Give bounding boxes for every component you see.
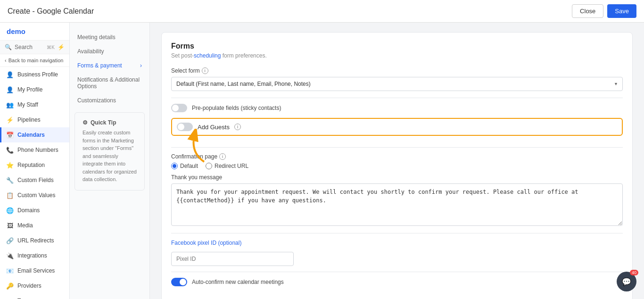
business-profile-icon: 👤: [6, 71, 14, 78]
header-title: Create - Google Calendar: [8, 7, 94, 16]
select-form-wrapper: Default (First name, Last name, Email, P…: [171, 77, 623, 91]
sidebar-item-label: Business Profile: [17, 71, 58, 78]
content-area: Meeting details Availability Forms & pay…: [70, 23, 644, 299]
chat-notification-badge: 40: [630, 270, 638, 275]
step-meeting-details[interactable]: Meeting details: [70, 30, 149, 44]
sidebar-item-label: Integrations: [17, 252, 47, 259]
reputation-icon: ⭐: [6, 161, 14, 169]
phone-icon: 📞: [6, 146, 14, 154]
save-button[interactable]: Save: [607, 4, 636, 18]
sidebar-item-label: Custom Values: [17, 192, 55, 199]
sidebar-item-url-redirects[interactable]: 🔗 URL Redirects: [0, 233, 69, 248]
select-form-label: Select form i: [171, 67, 623, 74]
step-customizations[interactable]: Customizations: [70, 93, 149, 108]
search-icon: 🔍: [5, 44, 12, 50]
add-guests-toggle[interactable]: [177, 123, 193, 131]
close-button[interactable]: Close: [572, 4, 603, 18]
tags-icon: 🏷: [6, 297, 14, 299]
sidebar-item-label: My Profile: [17, 86, 42, 93]
lightning-icon: ⚡: [58, 44, 65, 50]
my-staff-icon: 👥: [6, 101, 14, 108]
radio-default-label[interactable]: Default: [171, 163, 198, 169]
sidebar-item-label: Phone Numbers: [17, 147, 58, 153]
add-guests-info-icon[interactable]: i: [234, 124, 241, 130]
sidebar-item-label: Calendars: [17, 132, 45, 138]
auto-confirm-toggle[interactable]: [171, 278, 187, 286]
confirmation-info-icon[interactable]: i: [219, 153, 226, 160]
forms-title: Forms: [171, 42, 623, 50]
back-arrow-icon: ‹: [5, 58, 7, 63]
thankyou-textarea[interactable]: Thank you for your appointment request. …: [171, 183, 623, 226]
sidebar-item-media[interactable]: 🖼 Media: [0, 218, 69, 233]
scheduling-link[interactable]: scheduling: [194, 52, 221, 59]
main-layout: demo 🔍 Search ⌘K ⚡ ‹ Back to main naviga…: [0, 23, 644, 299]
custom-fields-icon: 🔧: [6, 176, 14, 184]
sidebar-item-label: Domains: [17, 207, 40, 214]
sidebar-item-pipelines[interactable]: ⚡ Pipelines: [0, 112, 69, 127]
chat-icon: 💬: [622, 277, 631, 286]
sidebar-item-calendars[interactable]: 📅 Calendars: [0, 127, 69, 142]
header-actions: Close Save: [572, 4, 636, 18]
divider-2: [171, 147, 623, 148]
media-icon: 🖼: [6, 222, 14, 229]
radio-redirect-input[interactable]: [206, 163, 212, 169]
quick-tip-title: ⚙ Quick Tip: [83, 119, 137, 126]
auto-confirm-label: Auto-confirm new calendar meetings: [192, 279, 284, 285]
step-notifications[interactable]: Notifications & Additional Options: [70, 73, 149, 93]
step-availability[interactable]: Availability: [70, 44, 149, 58]
calendars-icon: 📅: [6, 131, 14, 139]
sidebar-item-business-profile[interactable]: 👤 Business Profile: [0, 67, 69, 82]
sidebar-item-my-staff[interactable]: 👥 My Staff: [0, 97, 69, 112]
sidebar-item-label: Pipelines: [17, 116, 41, 123]
step-forms-payment[interactable]: Forms & payment ›: [70, 58, 149, 73]
radio-default-input[interactable]: [171, 163, 178, 169]
integrations-icon: 🔌: [6, 252, 14, 259]
radio-redirect-label[interactable]: Redirect URL: [206, 163, 248, 169]
sidebar-item-providers[interactable]: 🔑 Providers: [0, 278, 69, 293]
sidebar-item-custom-fields[interactable]: 🔧 Custom Fields: [0, 173, 69, 188]
facebook-pixel-label: Facebook pixel ID (optional): [171, 239, 623, 249]
confirmation-page-label: Confirmation page i: [171, 153, 623, 160]
sidebar-item-label: Reputation: [17, 162, 45, 168]
sidebar-item-tags[interactable]: 🏷 Tags: [0, 293, 69, 299]
sidebar: demo 🔍 Search ⌘K ⚡ ‹ Back to main naviga…: [0, 23, 70, 299]
sidebar-item-custom-values[interactable]: 📋 Custom Values: [0, 188, 69, 203]
sidebar-item-domains[interactable]: 🌐 Domains: [0, 203, 69, 218]
sidebar-item-email-services[interactable]: 📧 Email Services: [0, 263, 69, 278]
sidebar-item-label: URL Redirects: [17, 237, 54, 244]
divider-1: [171, 98, 623, 98]
add-guests-container: Add Guests i: [171, 118, 623, 136]
my-profile-icon: 👤: [6, 86, 14, 93]
providers-icon: 🔑: [6, 282, 14, 290]
pixel-id-input[interactable]: [171, 252, 294, 266]
sidebar-item-my-profile[interactable]: 👤 My Profile: [0, 82, 69, 97]
confirmation-radio-group: Default Redirect URL: [171, 163, 623, 169]
search-shortcut: ⌘K: [47, 45, 55, 50]
quick-tip-text: Easily create custom forms in the Market…: [83, 129, 137, 183]
search-bar[interactable]: 🔍 Search ⌘K ⚡: [0, 41, 69, 54]
forms-card: Forms Set post-scheduling form preferenc…: [161, 32, 633, 299]
select-form-info-icon[interactable]: i: [202, 67, 208, 74]
search-label: Search: [15, 44, 33, 50]
auto-confirm-row: Auto-confirm new calendar meetings: [171, 278, 623, 286]
gear-icon: ⚙: [83, 119, 88, 126]
prepopulate-row: Pre-populate fields (sticky contacts): [171, 104, 623, 112]
sidebar-item-phone-numbers[interactable]: 📞 Phone Numbers: [0, 142, 69, 158]
step-navigation: Meeting details Availability Forms & pay…: [70, 23, 150, 299]
sidebar-item-label: Email Services: [17, 267, 55, 274]
main-panel: Forms Set post-scheduling form preferenc…: [150, 23, 644, 299]
back-navigation[interactable]: ‹ Back to main navigation: [0, 54, 69, 67]
select-form-field[interactable]: Default (First name, Last name, Email, P…: [171, 77, 623, 91]
step-arrow-icon: ›: [140, 62, 142, 69]
email-services-icon: 📧: [6, 267, 14, 274]
sidebar-item-reputation[interactable]: ⭐ Reputation: [0, 158, 69, 173]
domains-icon: 🌐: [6, 207, 14, 214]
chat-widget[interactable]: 💬 40: [617, 272, 636, 291]
thankyou-label: Thank you message: [171, 174, 623, 181]
sidebar-item-integrations[interactable]: 🔌 Integrations: [0, 248, 69, 263]
sidebar-item-label: Media: [17, 222, 33, 229]
sidebar-item-label: My Staff: [17, 101, 38, 108]
sidebar-logo: demo: [0, 23, 69, 41]
prepopulate-toggle[interactable]: [171, 104, 187, 112]
quick-tip-card: ⚙ Quick Tip Easily create custom forms i…: [74, 112, 145, 191]
